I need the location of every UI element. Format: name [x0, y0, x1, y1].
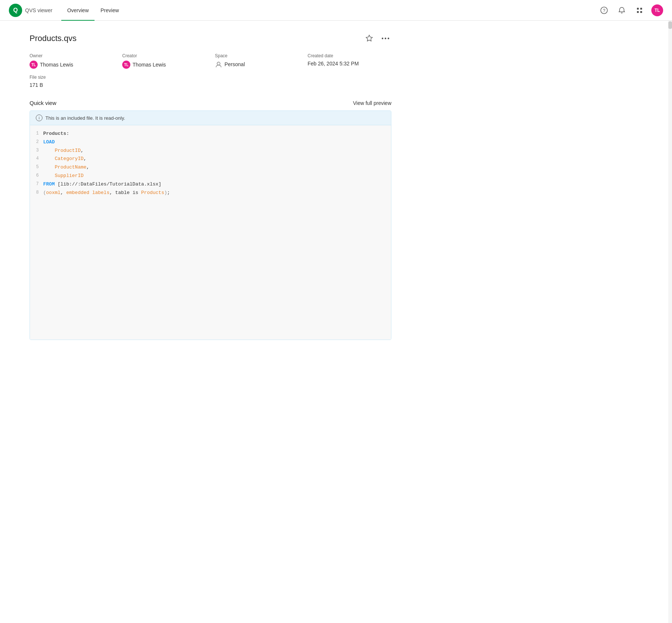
line-num-5: 5 — [30, 164, 43, 171]
notifications-button[interactable] — [616, 4, 628, 16]
help-icon: ? — [600, 7, 608, 14]
svg-rect-6 — [637, 11, 639, 13]
svg-text:Q: Q — [13, 7, 18, 13]
svg-point-8 — [382, 38, 383, 39]
scrollbar-thumb[interactable] — [668, 21, 672, 29]
line-num-6: 6 — [30, 172, 43, 179]
title-actions — [363, 33, 391, 44]
line-content-2: LOAD — [43, 139, 391, 146]
svg-point-9 — [385, 38, 386, 39]
line-content-3: ProductID, — [43, 147, 391, 155]
view-full-preview-link[interactable]: View full preview — [353, 100, 391, 106]
creator-avatar: TL — [122, 61, 130, 69]
code-line-7: 7 FROM [lib://:DataFiles/TutorialData.xl… — [30, 180, 391, 189]
meta-space: Space Personal — [215, 53, 299, 69]
more-icon — [381, 37, 390, 40]
space-name: Personal — [224, 61, 245, 67]
grid-menu-button[interactable] — [634, 4, 645, 16]
svg-rect-7 — [640, 11, 642, 13]
app-header: Q QVS viewer Overview Preview ? — [0, 0, 672, 21]
line-num-8: 8 — [30, 189, 43, 196]
space-value: Personal — [215, 61, 299, 68]
readonly-text: This is an included file. It is read-onl… — [45, 115, 125, 121]
code-line-1: 1 Products: — [30, 130, 391, 138]
filesize-label: File size — [30, 75, 391, 80]
grid-icon — [636, 7, 643, 14]
line-content-1: Products: — [43, 130, 391, 138]
more-options-button[interactable] — [380, 33, 391, 44]
code-line-8: 8 (ooxml, embedded labels, table is Prod… — [30, 189, 391, 197]
file-size-section: File size 171 B — [30, 75, 391, 88]
created-label: Created date — [308, 53, 391, 58]
meta-owner: Owner TL Thomas Lewis — [30, 53, 113, 69]
svg-text:?: ? — [603, 8, 606, 13]
info-icon: i — [36, 115, 42, 121]
line-num-7: 7 — [30, 181, 43, 188]
svg-point-10 — [388, 38, 389, 39]
code-line-5: 5 ProductName, — [30, 163, 391, 172]
code-area: 1 Products: 2 LOAD 3 ProductID, 4 Catego… — [30, 125, 391, 340]
title-row: Products.qvs — [30, 33, 391, 44]
meta-created: Created date Feb 26, 2024 5:32 PM — [308, 53, 391, 69]
owner-avatar: TL — [30, 61, 38, 69]
user-avatar[interactable]: TL — [651, 4, 663, 16]
line-content-8: (ooxml, embedded labels, table is Produc… — [43, 189, 391, 197]
space-icon — [215, 61, 222, 68]
owner-label: Owner — [30, 53, 113, 58]
main-content: Products.qvs Owner TL Thomas Lewi — [0, 21, 421, 352]
help-button[interactable]: ? — [598, 4, 610, 16]
filesize-value: 171 B — [30, 82, 391, 88]
creator-value: TL Thomas Lewis — [122, 61, 206, 69]
creator-name: Thomas Lewis — [133, 62, 166, 68]
line-num-1: 1 — [30, 130, 43, 137]
owner-name: Thomas Lewis — [40, 62, 73, 68]
scrollbar-track[interactable] — [668, 21, 672, 352]
meta-creator: Creator TL Thomas Lewis — [122, 53, 206, 69]
quick-view-header: Quick view View full preview — [30, 100, 391, 106]
owner-value: TL Thomas Lewis — [30, 61, 113, 69]
line-content-4: CategoryID, — [43, 155, 391, 163]
filesize-text: 171 B — [30, 82, 43, 88]
line-content-7: FROM [lib://:DataFiles/TutorialData.xlsx… — [43, 181, 391, 188]
logo-area: Q QVS viewer — [9, 4, 52, 17]
quick-view-label: Quick view — [30, 100, 56, 106]
header-icon-group: ? TL — [598, 4, 663, 16]
line-num-4: 4 — [30, 155, 43, 162]
code-viewer: i This is an included file. It is read-o… — [30, 110, 391, 340]
main-nav: Overview Preview — [61, 0, 125, 20]
star-icon — [365, 34, 373, 42]
created-date: Feb 26, 2024 5:32 PM — [308, 61, 359, 67]
svg-rect-5 — [640, 8, 642, 10]
qlik-logo-icon: Q — [9, 4, 22, 17]
code-line-2: 2 LOAD — [30, 138, 391, 147]
bell-icon — [618, 7, 625, 14]
svg-point-11 — [217, 62, 220, 65]
line-num-2: 2 — [30, 139, 43, 146]
svg-rect-4 — [637, 8, 639, 10]
code-line-4: 4 CategoryID, — [30, 155, 391, 163]
page-title: Products.qvs — [30, 34, 76, 43]
star-button[interactable] — [363, 33, 375, 44]
code-line-6: 6 SupplierID — [30, 172, 391, 180]
metadata-grid: Owner TL Thomas Lewis Creator TL Thomas … — [30, 53, 391, 69]
space-label: Space — [215, 53, 299, 58]
readonly-banner: i This is an included file. It is read-o… — [30, 111, 391, 125]
line-content-5: ProductName, — [43, 164, 391, 171]
line-content-6: SupplierID — [43, 172, 391, 180]
created-value: Feb 26, 2024 5:32 PM — [308, 61, 391, 67]
tab-overview[interactable]: Overview — [61, 0, 95, 21]
line-num-3: 3 — [30, 147, 43, 154]
code-line-3: 3 ProductID, — [30, 147, 391, 155]
creator-label: Creator — [122, 53, 206, 58]
tab-preview[interactable]: Preview — [95, 0, 125, 21]
app-name-label: QVS viewer — [25, 7, 52, 13]
